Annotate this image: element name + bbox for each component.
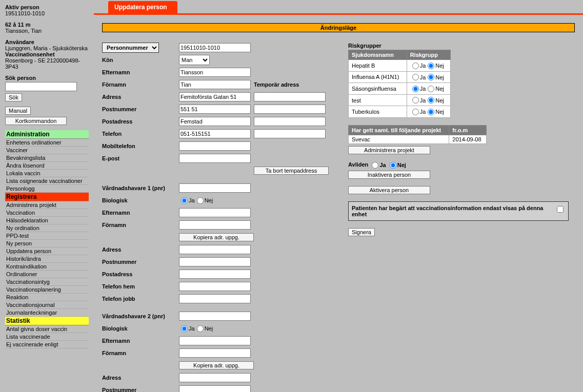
signera-button[interactable]: Signera bbox=[348, 228, 375, 236]
menu-item[interactable]: Lokala vaccin bbox=[5, 170, 89, 177]
temp-postnummer-input[interactable] bbox=[254, 105, 326, 114]
risk-nej[interactable] bbox=[428, 63, 434, 69]
vh1-efternamn-input[interactable] bbox=[179, 208, 251, 217]
menu-item[interactable]: Ny ordination bbox=[5, 224, 89, 232]
menu-item[interactable]: Personlogg bbox=[5, 185, 89, 193]
vh2-fornamn-input[interactable] bbox=[179, 348, 251, 358]
vh2-bio-label: Biologisk bbox=[102, 325, 179, 332]
personnummer-select[interactable]: Personnummer bbox=[102, 43, 159, 53]
menu-item[interactable]: Reaktion bbox=[5, 294, 89, 301]
vh1-telefon-jobb-input[interactable] bbox=[179, 294, 251, 303]
administrera-projekt-button[interactable]: Administrera projekt bbox=[348, 146, 430, 154]
kortkommandon-button[interactable]: Kortkommandon bbox=[5, 117, 67, 125]
sok-input[interactable] bbox=[5, 82, 77, 91]
vh2-postnummer-input[interactable] bbox=[179, 385, 251, 392]
menu-item[interactable]: Ordinationer bbox=[5, 271, 89, 278]
menu-item[interactable]: Ändra lösenord bbox=[5, 162, 89, 170]
sok-button[interactable]: Sök bbox=[5, 93, 22, 101]
form-right: Riskgrupper Sjukdomsnamn Riskgrupp Hepat… bbox=[348, 43, 575, 236]
aktivera-person-button[interactable]: Aktivera person bbox=[348, 186, 430, 194]
temp-telefon-input[interactable] bbox=[254, 129, 326, 138]
vh1-fornamn-input[interactable] bbox=[179, 220, 251, 230]
vh2-kopiera-button[interactable]: Kopiera adr. uppg. bbox=[179, 361, 254, 369]
vh1-adress-input[interactable] bbox=[179, 245, 251, 254]
vh1-pnr-input[interactable] bbox=[179, 183, 251, 193]
vh1-postadress-input[interactable] bbox=[179, 270, 251, 279]
aktiv-person-pnr: 19511010-1010 bbox=[5, 10, 89, 16]
risk-ja[interactable] bbox=[412, 109, 419, 115]
menu-item[interactable]: Vaccinationsintyg bbox=[5, 278, 89, 286]
vh2-adress-input[interactable] bbox=[179, 373, 251, 382]
telefon-input[interactable] bbox=[179, 129, 251, 138]
risk-opt: JaNej bbox=[407, 83, 450, 95]
vh2-bio-nej[interactable] bbox=[197, 325, 204, 332]
menu-item[interactable]: Vaccination bbox=[5, 209, 89, 217]
menu-item[interactable]: Ej vaccinerade enligt bbox=[5, 341, 89, 348]
avliden-nej[interactable] bbox=[390, 162, 396, 169]
tab-uppdatera-person[interactable]: Uppdatera person bbox=[108, 1, 177, 13]
risk-nej[interactable] bbox=[428, 97, 434, 104]
menu-item[interactable]: Ny person bbox=[5, 240, 89, 247]
menu-item[interactable]: Uppdatera person bbox=[5, 247, 89, 255]
menu-item[interactable]: Antal givna doser vaccin bbox=[5, 325, 89, 333]
fornamn-input[interactable] bbox=[179, 80, 251, 89]
info-checkbox[interactable] bbox=[557, 206, 564, 213]
mobil-input[interactable] bbox=[179, 141, 251, 151]
avliden-ja[interactable] bbox=[372, 162, 378, 169]
temp-postadress-input[interactable] bbox=[254, 117, 326, 126]
risk-name: test bbox=[349, 94, 407, 106]
postadress-label: Postadress bbox=[102, 118, 179, 125]
risk-opt: JaNej bbox=[407, 60, 450, 72]
risk-opt: JaNej bbox=[407, 106, 450, 118]
efternamn-input[interactable] bbox=[179, 68, 251, 77]
postnummer-input[interactable] bbox=[179, 105, 251, 114]
personnummer-input[interactable] bbox=[179, 43, 251, 52]
vh1-bio-nej[interactable] bbox=[197, 197, 204, 204]
risk-nej[interactable] bbox=[428, 86, 434, 92]
menu-item[interactable]: Historik/ändra bbox=[5, 255, 89, 263]
menu-item[interactable]: Lista vaccinerade bbox=[5, 333, 89, 341]
enhet-label: Vaccinationsenhet bbox=[5, 51, 89, 57]
vh1-kopiera-button[interactable]: Kopiera adr. uppg. bbox=[179, 233, 254, 241]
menu-item[interactable]: Kontraindikation bbox=[5, 263, 89, 271]
kon-select[interactable]: Man bbox=[179, 55, 210, 65]
proj-date: 2014-09-08 bbox=[449, 135, 487, 143]
menu-item[interactable]: Vaccinationsplanering bbox=[5, 286, 89, 294]
epost-input[interactable] bbox=[179, 154, 251, 163]
temp-adress-input[interactable] bbox=[254, 92, 326, 101]
vh2-efternamn-input[interactable] bbox=[179, 336, 251, 345]
menu-item[interactable]: PPD-test bbox=[5, 232, 89, 240]
menu-item[interactable]: Lista osignerade vaccinationer bbox=[5, 177, 89, 185]
vh1-bio-label: Biologisk bbox=[102, 197, 179, 203]
vh1-ef-label: Efternamn bbox=[102, 210, 179, 216]
menu-item[interactable]: Bevakningslista bbox=[5, 154, 89, 162]
risk-col-name: Sjukdomsnamn bbox=[349, 50, 407, 60]
vh1-bio-ja[interactable] bbox=[181, 197, 188, 204]
vh1-tj-label: Telefon jobb bbox=[102, 296, 179, 302]
menu-item[interactable]: Enhetens ordinationer bbox=[5, 139, 89, 147]
postadress-input[interactable] bbox=[179, 117, 251, 126]
menu-item[interactable]: Administrera projekt bbox=[5, 201, 89, 209]
menu-item[interactable]: Vaccinationsjournal bbox=[5, 301, 89, 309]
adress-input[interactable] bbox=[179, 92, 251, 101]
menu-item[interactable]: Vacciner bbox=[5, 147, 89, 154]
tabbar: Uppdatera person bbox=[94, 0, 583, 13]
vh2-adr-label: Adress bbox=[102, 375, 179, 381]
risk-nej[interactable] bbox=[428, 109, 434, 115]
manual-button[interactable]: Manual bbox=[5, 107, 31, 115]
vh1-label: Vårdnadshavare 1 (pnr) bbox=[102, 185, 179, 191]
risk-nej[interactable] bbox=[428, 74, 434, 80]
menu-item[interactable]: Journalanteckningar bbox=[5, 309, 89, 317]
risk-ja[interactable] bbox=[412, 97, 419, 104]
risk-ja[interactable] bbox=[412, 63, 419, 69]
vh1-telefon-hem-input[interactable] bbox=[179, 282, 251, 291]
vh2-bio-ja[interactable] bbox=[181, 325, 188, 332]
telefon-label: Telefon bbox=[102, 131, 179, 137]
risk-ja[interactable] bbox=[412, 86, 419, 92]
vh1-postnummer-input[interactable] bbox=[179, 257, 251, 266]
vh2-pnr-input[interactable] bbox=[179, 312, 251, 321]
menu-item[interactable]: Hälsodeklaration bbox=[5, 217, 89, 224]
inaktivera-person-button[interactable]: Inaktivera person bbox=[348, 171, 430, 179]
risk-ja[interactable] bbox=[412, 74, 419, 80]
ta-bort-temp-button[interactable]: Ta bort tempaddress bbox=[254, 167, 329, 175]
